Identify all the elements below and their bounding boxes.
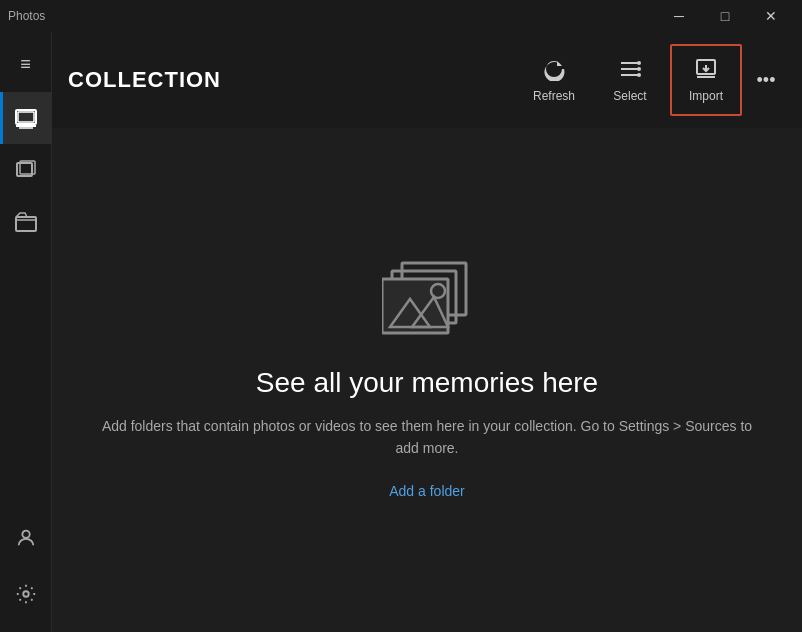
app-container: ≡ [0, 32, 802, 632]
title-bar-left: Photos [8, 9, 45, 23]
minimize-button[interactable]: ─ [656, 0, 702, 32]
import-icon [694, 57, 718, 85]
empty-description: Add folders that contain photos or video… [92, 415, 762, 460]
sidebar-item-albums[interactable] [0, 144, 52, 196]
albums-icon [14, 158, 38, 182]
close-button[interactable]: ✕ [748, 0, 794, 32]
select-button[interactable]: Select [594, 44, 666, 116]
import-label: Import [689, 89, 723, 103]
svg-rect-1 [18, 112, 34, 122]
svg-point-14 [637, 73, 641, 77]
sidebar-item-folders[interactable] [0, 196, 52, 248]
people-icon [15, 527, 37, 549]
app-title: Photos [8, 9, 45, 23]
refresh-icon [542, 57, 566, 85]
settings-icon [15, 583, 37, 605]
empty-state: See all your memories here Add folders t… [52, 128, 802, 632]
collection-icon [14, 106, 38, 130]
import-button[interactable]: Import [670, 44, 742, 116]
svg-point-13 [637, 67, 641, 71]
title-bar: Photos ─ □ ✕ [0, 0, 802, 32]
hamburger-menu-button[interactable]: ≡ [0, 40, 52, 88]
sidebar: ≡ [0, 32, 52, 632]
page-title: COLLECTION [68, 67, 510, 93]
title-bar-controls: ─ □ ✕ [656, 0, 794, 32]
sidebar-item-people[interactable] [0, 512, 52, 564]
toolbar: COLLECTION Refresh [52, 32, 802, 128]
sidebar-item-settings[interactable] [0, 568, 52, 620]
empty-title: See all your memories here [256, 367, 598, 399]
folders-icon [14, 210, 38, 234]
refresh-button[interactable]: Refresh [518, 44, 590, 116]
svg-rect-6 [16, 217, 36, 231]
select-label: Select [613, 89, 646, 103]
refresh-label: Refresh [533, 89, 575, 103]
photo-stack-svg [382, 261, 472, 339]
sidebar-item-collection[interactable] [0, 92, 52, 144]
more-icon: ••• [757, 70, 776, 91]
svg-point-7 [22, 531, 29, 538]
sidebar-bottom [0, 512, 52, 620]
empty-state-icon [382, 261, 472, 343]
main-content: COLLECTION Refresh [52, 32, 802, 632]
more-button[interactable]: ••• [746, 60, 786, 100]
svg-point-12 [637, 61, 641, 65]
toolbar-actions: Refresh Select [518, 44, 786, 116]
svg-point-8 [23, 591, 29, 597]
select-icon [618, 57, 642, 85]
maximize-button[interactable]: □ [702, 0, 748, 32]
add-folder-link[interactable]: Add a folder [389, 483, 465, 499]
